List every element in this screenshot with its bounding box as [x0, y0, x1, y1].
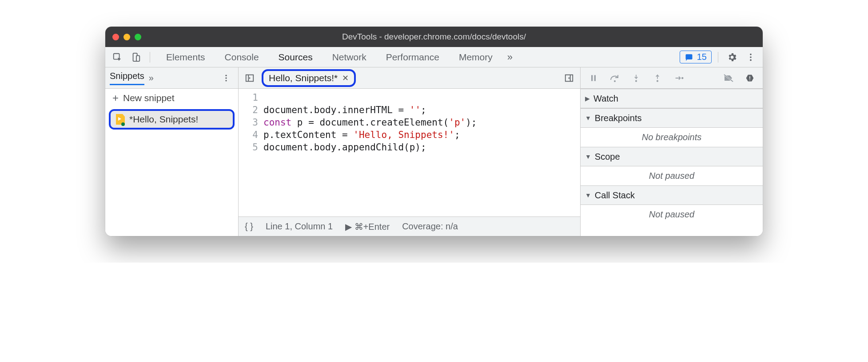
section-title: Scope — [595, 152, 620, 162]
window-title: DevTools - developer.chrome.com/docs/dev… — [105, 32, 763, 42]
svg-point-6 — [750, 59, 752, 61]
tab-network[interactable]: Network — [323, 47, 376, 67]
svg-rect-19 — [749, 79, 750, 80]
window-controls — [112, 34, 141, 40]
issues-badge[interactable]: 15 — [680, 51, 712, 63]
inspect-element-icon[interactable] — [110, 50, 125, 65]
navigator-tab-snippets[interactable]: Snippets — [110, 71, 144, 85]
tab-console[interactable]: Console — [215, 47, 269, 67]
step-into-icon[interactable] — [629, 71, 644, 86]
step-over-icon[interactable] — [607, 71, 622, 86]
modified-indicator-icon — [121, 122, 125, 126]
debugger-pane: ▶ Watch ▼ Breakpoints No breakpoints ▼ S… — [581, 67, 763, 236]
code-content: document.body.innerHTML = ''; const p = … — [263, 91, 580, 214]
scope-section-header[interactable]: ▼ Scope — [581, 147, 763, 166]
code-editor[interactable]: 12345 document.body.innerHTML = ''; cons… — [239, 89, 580, 216]
kebab-menu-icon[interactable] — [219, 71, 234, 86]
tab-sources[interactable]: Sources — [269, 47, 323, 67]
navigator-pane: Snippets » + New snippet *Hello, Snippet… — [105, 67, 239, 236]
expand-triangle-icon: ▼ — [585, 153, 591, 160]
svg-point-9 — [225, 80, 227, 81]
pause-icon[interactable] — [586, 71, 601, 86]
cursor-position: Line 1, Column 1 — [266, 221, 333, 232]
issues-count: 15 — [697, 52, 707, 62]
separator — [718, 52, 718, 63]
coverage-status: Coverage: n/a — [402, 221, 458, 232]
section-title: Call Stack — [595, 190, 635, 201]
breakpoints-section-header[interactable]: ▼ Breakpoints — [581, 108, 763, 128]
step-icon[interactable] — [671, 71, 686, 86]
collapse-triangle-icon: ▶ — [585, 95, 590, 102]
svg-rect-12 — [591, 75, 593, 81]
step-out-icon[interactable] — [650, 71, 665, 86]
close-window-button[interactable] — [112, 34, 119, 40]
svg-point-14 — [614, 80, 616, 82]
svg-rect-3 — [685, 54, 692, 59]
pause-on-exceptions-icon[interactable] — [742, 71, 757, 86]
panel-tabs: Elements Console Sources Network Perform… — [156, 47, 676, 67]
svg-point-4 — [750, 53, 752, 55]
callstack-body: Not paused — [581, 205, 763, 224]
devtools-window: DevTools - developer.chrome.com/docs/dev… — [105, 27, 763, 236]
svg-point-8 — [225, 77, 227, 79]
snippet-item-label: *Hello, Snippets! — [129, 114, 198, 125]
expand-triangle-icon: ▼ — [585, 114, 591, 122]
new-snippet-button[interactable]: + New snippet — [105, 89, 238, 107]
kebab-menu-icon[interactable] — [743, 50, 758, 65]
svg-point-16 — [657, 80, 658, 82]
editor-file-tab[interactable]: Hello, Snippets!* ✕ — [262, 69, 356, 87]
section-title: Watch — [593, 94, 618, 104]
new-snippet-label: New snippet — [123, 93, 175, 103]
device-toolbar-icon[interactable] — [128, 50, 143, 65]
minimize-window-button[interactable] — [123, 34, 130, 40]
pretty-print-button[interactable]: { } — [245, 221, 253, 232]
tab-elements[interactable]: Elements — [156, 47, 215, 67]
navigator-header: Snippets » — [105, 67, 238, 89]
tab-memory[interactable]: Memory — [449, 47, 502, 67]
watch-section-header[interactable]: ▶ Watch — [581, 89, 763, 108]
line-gutter: 12345 — [239, 91, 263, 214]
svg-point-17 — [681, 77, 684, 79]
editor-footer: { } Line 1, Column 1 ▶ ⌘+Enter Coverage:… — [239, 216, 580, 236]
main-area: Snippets » + New snippet *Hello, Snippet… — [105, 67, 763, 236]
deactivate-breakpoints-icon[interactable] — [721, 71, 736, 86]
svg-point-5 — [750, 56, 752, 58]
editor-header: Hello, Snippets!* ✕ — [239, 67, 580, 89]
run-snippet-button[interactable]: ▶ ⌘+Enter — [345, 221, 390, 232]
tab-performance[interactable]: Performance — [376, 47, 449, 67]
scope-body: Not paused — [581, 166, 763, 185]
show-debugger-icon[interactable] — [561, 71, 577, 86]
plus-icon: + — [112, 92, 119, 104]
debugger-toolbar — [581, 67, 763, 89]
editor-pane: Hello, Snippets!* ✕ 12345 document.body.… — [239, 67, 581, 236]
maximize-window-button[interactable] — [135, 34, 141, 40]
more-navigator-tabs-icon[interactable]: » — [149, 73, 154, 83]
snippet-item[interactable]: *Hello, Snippets! — [109, 109, 235, 130]
main-toolbar: Elements Console Sources Network Perform… — [105, 47, 763, 67]
svg-point-15 — [635, 80, 637, 82]
more-tabs-icon[interactable]: » — [502, 50, 518, 65]
svg-rect-18 — [749, 76, 750, 79]
file-tab-label: Hello, Snippets!* — [269, 73, 338, 83]
close-tab-icon[interactable]: ✕ — [342, 73, 349, 83]
breakpoints-body: No breakpoints — [581, 128, 763, 147]
svg-rect-13 — [594, 75, 596, 81]
settings-icon[interactable] — [725, 50, 740, 65]
titlebar: DevTools - developer.chrome.com/docs/dev… — [105, 27, 763, 47]
callstack-section-header[interactable]: ▼ Call Stack — [581, 185, 763, 205]
separator — [150, 52, 150, 63]
svg-point-7 — [225, 75, 227, 76]
show-navigator-icon[interactable] — [242, 71, 257, 86]
expand-triangle-icon: ▼ — [585, 192, 591, 199]
svg-rect-2 — [136, 55, 139, 61]
section-title: Breakpoints — [595, 113, 642, 123]
